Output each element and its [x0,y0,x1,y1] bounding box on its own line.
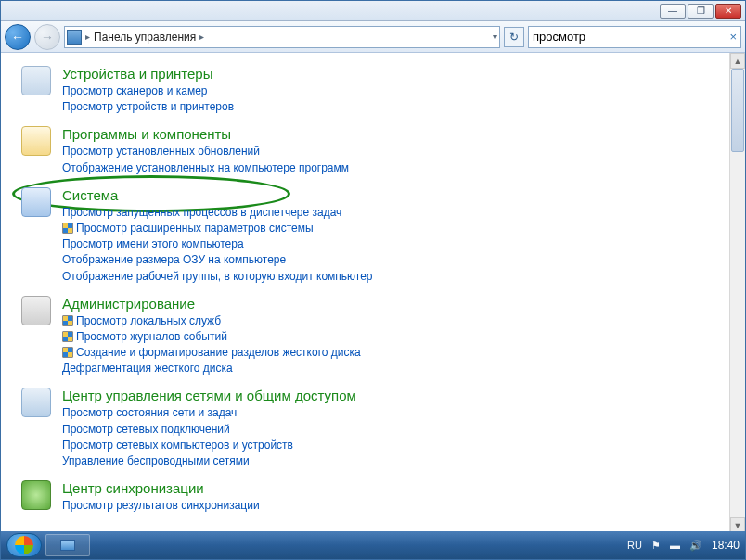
result-section: Центр управления сетями и общим доступом… [21,388,722,469]
result-link-label: Отображение размера ОЗУ на компьютере [62,252,286,267]
result-link-label: Просмотр расширенных параметров системы [76,221,314,235]
search-results: Устройства и принтерыПросмотр сканеров и… [1,53,729,533]
explorer-icon [60,540,75,551]
network-icon[interactable]: ▬ [670,540,680,551]
section-body: Устройства и принтерыПросмотр сканеров и… [62,66,722,115]
result-link[interactable]: Просмотр запущенных процессов в диспетче… [62,205,722,220]
section-icon [21,388,51,417]
section-icon [21,187,51,217]
section-title[interactable]: Система [62,187,722,203]
section-body: Программы и компонентыПросмотр установле… [62,126,722,175]
section-icon [21,66,51,95]
result-link-label: Управление беспроводными сетями [62,453,250,468]
clock[interactable]: 18:40 [712,539,740,552]
result-link-label: Просмотр устройств и принтеров [62,99,234,114]
result-link-label: Просмотр имени этого компьютера [62,236,244,251]
result-link-label: Просмотр локальных служб [76,313,221,328]
volume-icon[interactable]: 🔊 [689,540,702,552]
result-link-label: Дефрагментация жесткого диска [62,361,233,375]
taskbar-item[interactable] [45,534,90,556]
result-link-label: Просмотр журналов событий [76,329,227,344]
address-bar[interactable]: ▸ Панель управления ▸ ▾ [64,26,500,48]
scroll-track[interactable] [730,69,745,517]
close-button[interactable]: ✕ [715,4,741,19]
system-tray: RU ⚑ ▬ 🔊 18:40 [627,539,740,552]
breadcrumb-separator: ▸ [85,32,90,42]
section-icon [21,296,51,325]
address-dropdown-icon[interactable]: ▾ [493,32,497,42]
search-input[interactable] [533,30,729,44]
result-section: АдминистрированиеПросмотр локальных служ… [21,296,722,377]
search-box[interactable]: × [528,26,741,48]
uac-shield-icon [62,315,73,326]
clear-search-icon[interactable]: × [729,30,737,44]
scroll-up-button[interactable]: ▲ [730,53,745,69]
windows-orb-icon [15,536,33,554]
window-titlebar: — ❐ ✕ [1,1,745,21]
section-body: АдминистрированиеПросмотр локальных служ… [62,296,722,377]
result-link[interactable]: Просмотр расширенных параметров системы [62,221,722,235]
result-link-label: Просмотр сетевых компьютеров и устройств [62,438,293,452]
result-link[interactable]: Отображение установленных на компьютере … [62,160,722,175]
uac-shield-icon [62,331,73,342]
result-link[interactable]: Дефрагментация жесткого диска [62,361,722,375]
section-title[interactable]: Центр синхронизации [62,480,722,496]
section-body: Центр управления сетями и общим доступом… [62,388,722,469]
section-title[interactable]: Центр управления сетями и общим доступом [62,388,722,403]
breadcrumb[interactable]: Панель управления [94,31,196,44]
navigation-bar: ← → ▸ Панель управления ▸ ▾ ↻ × [1,21,745,53]
result-link-label: Просмотр результатов синхронизации [62,498,260,513]
control-panel-icon [67,30,82,45]
back-button[interactable]: ← [5,24,31,50]
minimize-button[interactable]: — [660,4,686,19]
result-section: СистемаПросмотр запущенных процессов в д… [21,187,722,285]
result-link-label: Просмотр запущенных процессов в диспетче… [62,205,341,220]
result-link[interactable]: Просмотр сканеров и камер [62,83,722,98]
section-body: СистемаПросмотр запущенных процессов в д… [62,187,722,285]
result-link-label: Просмотр сканеров и камер [62,83,208,98]
scroll-thumb[interactable] [731,69,744,152]
result-section: Центр синхронизацииПросмотр результатов … [21,480,722,514]
result-link[interactable]: Отображение рабочей группы, в которую вх… [62,269,722,284]
result-link[interactable]: Просмотр сетевых компьютеров и устройств [62,438,722,452]
taskbar: RU ⚑ ▬ 🔊 18:40 [1,531,745,559]
result-link[interactable]: Просмотр установленных обновлений [62,144,722,159]
result-link[interactable]: Создание и форматирование разделов жестк… [62,345,722,360]
result-link[interactable]: Просмотр локальных служб [62,313,722,328]
section-icon [21,480,51,510]
vertical-scrollbar[interactable]: ▲ ▼ [729,53,745,533]
section-title[interactable]: Программы и компоненты [62,126,722,142]
result-link-label: Отображение установленных на компьютере … [62,160,349,175]
result-link[interactable]: Просмотр журналов событий [62,329,722,344]
language-indicator[interactable]: RU [627,540,642,551]
maximize-button[interactable]: ❐ [688,4,714,19]
result-section: Программы и компонентыПросмотр установле… [21,126,722,175]
uac-shield-icon [62,347,73,358]
result-section: Устройства и принтерыПросмотр сканеров и… [21,66,722,115]
result-link[interactable]: Просмотр имени этого компьютера [62,236,722,251]
result-link[interactable]: Отображение размера ОЗУ на компьютере [62,252,722,267]
forward-button[interactable]: → [34,24,60,50]
content-area: Устройства и принтерыПросмотр сканеров и… [1,53,745,533]
start-button[interactable] [6,533,42,557]
action-center-icon[interactable]: ⚑ [651,540,661,552]
section-title[interactable]: Устройства и принтеры [62,66,722,82]
result-link-label: Просмотр сетевых подключений [62,422,230,437]
section-icon [21,126,51,156]
result-link-label: Просмотр установленных обновлений [62,144,260,159]
result-link[interactable]: Управление беспроводными сетями [62,453,722,468]
refresh-button[interactable]: ↻ [504,27,524,47]
result-link-label: Создание и форматирование разделов жестк… [76,345,361,360]
section-title[interactable]: Администрирование [62,296,722,312]
section-body: Центр синхронизацииПросмотр результатов … [62,480,722,514]
result-link-label: Просмотр состояния сети и задач [62,405,237,420]
result-link[interactable]: Просмотр устройств и принтеров [62,99,722,114]
uac-shield-icon [62,223,73,234]
result-link[interactable]: Просмотр сетевых подключений [62,422,722,437]
breadcrumb-separator: ▸ [199,32,204,42]
result-link[interactable]: Просмотр состояния сети и задач [62,405,722,420]
result-link[interactable]: Просмотр результатов синхронизации [62,498,722,513]
result-link-label: Отображение рабочей группы, в которую вх… [62,269,373,284]
